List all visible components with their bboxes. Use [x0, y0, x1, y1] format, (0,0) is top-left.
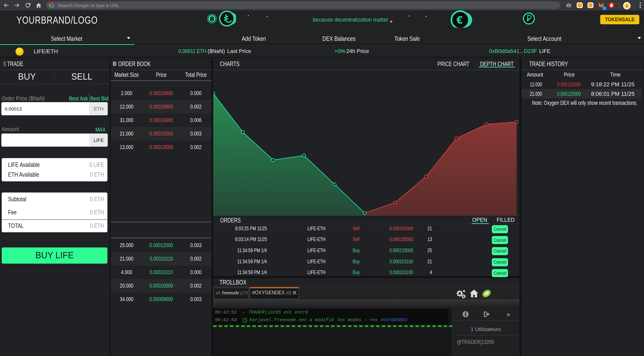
svg-text:₴: ₴ — [210, 15, 214, 24]
svg-text:i: i — [244, 318, 246, 322]
svg-text:€: € — [456, 14, 463, 27]
